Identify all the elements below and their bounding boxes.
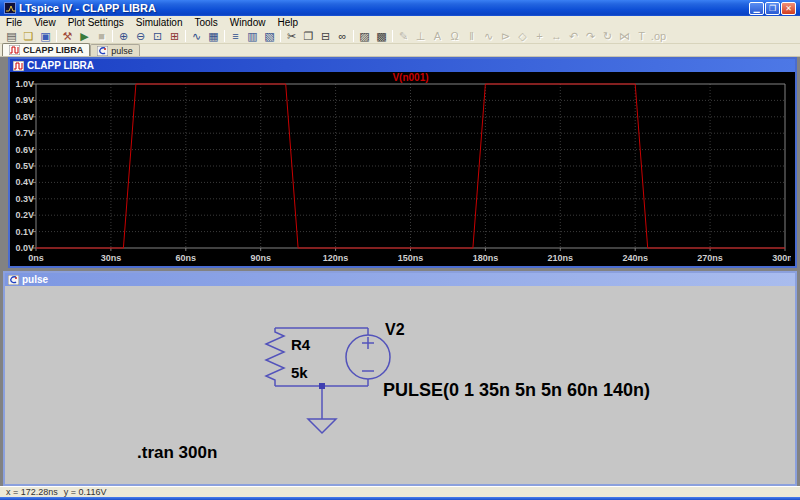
waveform-plot[interactable]: 0ns30ns60ns90ns120ns150ns180ns210ns240ns… [10,72,795,266]
toolbar-separator [112,30,113,42]
paste-icon[interactable]: ⊟ [317,29,334,43]
save-icon[interactable]: ▣ [37,29,54,43]
menu-item-tools[interactable]: Tools [188,16,223,29]
menu-bar: FileViewPlot SettingsSimulationToolsWind… [0,16,800,29]
waveform-window-icon [13,61,24,71]
drag-icon: ↔ [548,29,565,43]
inductor-icon: ∿ [480,29,497,43]
x-tick-label: 120ns [323,253,349,263]
waveform-tab-icon [9,45,20,55]
plot-grid: 0ns30ns60ns90ns120ns150ns180ns210ns240ns… [15,79,791,263]
y-tick-label: 0.6V [15,145,34,155]
minimize-button[interactable]: ▁ [749,2,764,15]
cut-icon[interactable]: ✂ [283,29,300,43]
ltspice-app: LTspice IV - CLAPP LIBRA ▁ ❐ ✕ FileViewP… [0,0,800,500]
schematic-drawing: R4 5k V2 PULSE(0 1 35n 5n 5n 60n 140n) .… [5,286,795,484]
schematic-window-titlebar[interactable]: pulse [5,273,795,286]
tab-pulse[interactable]: pulse [90,44,140,56]
toolbar-separator [185,30,186,42]
zoom-extents-icon[interactable]: ⊡ [149,29,166,43]
control-panel-icon[interactable]: ⚒ [59,29,76,43]
y-tick-label: 0.9V [15,95,34,105]
schematic-tab-icon [97,46,108,56]
menu-item-file[interactable]: File [0,16,28,29]
spice-netlist-icon[interactable]: ≡ [227,29,244,43]
plot-settings-icon[interactable]: ▦ [205,29,222,43]
restore-button[interactable]: ❐ [765,2,780,15]
menu-item-plot-settings[interactable]: Plot Settings [62,16,130,29]
toolbar: ▤❏▣⚒▶■⊕⊖⊡⊞∿▦≡▥▧✂❐⊟∞▨▩✎⊥AΩ‖∿⊳◇+↔↶↷↻⋈T.op [0,29,800,44]
y-tick-label: 0.8V [15,112,34,122]
capacitor-icon: ‖ [463,29,480,43]
label-net-icon: A [429,29,446,43]
zoom-back-icon[interactable]: ⊖ [132,29,149,43]
resistor-symbol[interactable] [266,328,284,386]
voltage-source-symbol[interactable] [346,328,390,386]
open-icon[interactable]: ❏ [20,29,37,43]
ground-symbol[interactable] [308,386,336,433]
schematic-window: pulse [3,271,797,486]
print-preview-icon[interactable]: ▨ [356,29,373,43]
component-icon: ◇ [514,29,531,43]
x-tick-label: 90ns [250,253,271,263]
autorange-y-icon[interactable]: ∿ [188,29,205,43]
run-icon[interactable]: ▶ [76,29,93,43]
menu-item-view[interactable]: View [28,16,62,29]
tab-clapp-libra[interactable]: CLAPP LIBRA [2,43,90,56]
schematic-canvas[interactable]: R4 5k V2 PULSE(0 1 35n 5n 5n 60n 140n) .… [5,286,795,484]
x-tick-label: 270ns [697,253,723,263]
status-cursor-y: y = 0.116V [64,487,107,497]
tab-label: pulse [111,46,133,56]
text-icon: T [633,29,650,43]
toolbar-separator [224,30,225,42]
close-button[interactable]: ✕ [781,2,796,15]
resistor-name-label[interactable]: R4 [291,336,311,353]
toolbar-separator [56,30,57,42]
x-tick-label: 0ns [28,253,44,263]
toolbar-separator [392,30,393,42]
status-cursor-x: x = 172.28ns [6,487,58,497]
ground-icon: ⊥ [412,29,429,43]
x-tick-label: 210ns [548,253,574,263]
tab-bar: CLAPP LIBRA pulse [0,44,800,57]
rotate-icon: ↻ [599,29,616,43]
print-icon[interactable]: ▩ [373,29,390,43]
zoom-area-icon[interactable]: ⊕ [115,29,132,43]
x-tick-label: 240ns [622,253,648,263]
new-schematic-icon[interactable]: ▤ [3,29,20,43]
waveform-window: CLAPP LIBRA 0ns30ns60ns90ns120ns150ns180… [8,57,797,268]
y-tick-label: 0.0V [15,243,34,253]
schematic-window-icon [8,275,19,285]
source-value-label[interactable]: PULSE(0 1 35n 5n 5n 60n 140n) [383,380,650,400]
tran-directive-label[interactable]: .tran 300n [137,443,217,462]
source-name-label[interactable]: V2 [385,321,405,338]
undo-icon: ↶ [565,29,582,43]
pan-icon[interactable]: ⊞ [166,29,183,43]
junction-dot [319,383,325,389]
menu-item-simulation[interactable]: Simulation [130,16,189,29]
spice-directive-icon: .op [650,29,667,43]
y-tick-label: 0.2V [15,210,34,220]
schematic-window-title: pulse [22,274,48,285]
diode-icon: ⊳ [497,29,514,43]
y-tick-label: 0.3V [15,194,34,204]
move-icon: + [531,29,548,43]
toolbar-separator [353,30,354,42]
trace-legend[interactable]: V(n001) [392,72,428,83]
find-icon[interactable]: ∞ [334,29,351,43]
window-titlebar[interactable]: LTspice IV - CLAPP LIBRA ▁ ❐ ✕ [0,0,800,16]
mirror-icon: ⋈ [616,29,633,43]
waveform-plot-svg: 0ns30ns60ns90ns120ns150ns180ns210ns240ns… [10,72,791,264]
expanded-listing-icon[interactable]: ▧ [261,29,278,43]
x-tick-label: 300ns [772,253,791,263]
toolbar-separator [280,30,281,42]
waveform-window-title: CLAPP LIBRA [27,60,94,71]
menu-item-help[interactable]: Help [271,16,304,29]
visible-traces-icon[interactable]: ▥ [244,29,261,43]
copy-icon[interactable]: ❐ [300,29,317,43]
y-tick-label: 0.5V [15,161,34,171]
waveform-window-titlebar[interactable]: CLAPP LIBRA [10,59,795,72]
menu-item-window[interactable]: Window [224,16,272,29]
y-tick-label: 0.1V [15,227,34,237]
resistor-value-label[interactable]: 5k [291,364,308,381]
